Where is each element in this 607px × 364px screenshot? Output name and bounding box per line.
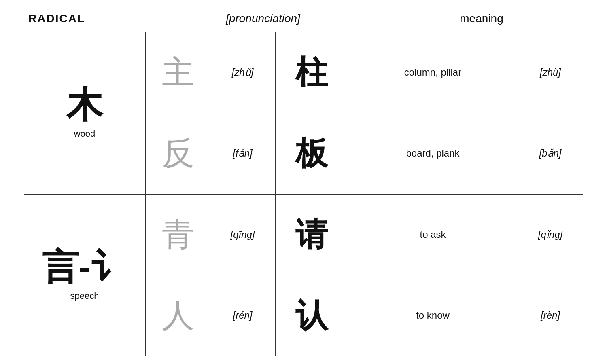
entries-wood: 主 [zhǔ] 柱 column, pillar [zhù] <box>146 32 583 194</box>
entry-wood-1: 主 [zhǔ] 柱 column, pillar [zhù] <box>146 32 583 113</box>
radical-char-wood: 木 <box>66 87 103 123</box>
meaning-cell-wood-2: board, plank <box>348 113 518 194</box>
meaning-text-speech-1: to ask <box>420 229 446 240</box>
section-wood: 木 wood 主 [zhǔ] 柱 column, pillar <box>24 32 583 195</box>
header-meaning-label: meaning <box>380 12 583 25</box>
component-cell-speech-1: 青 <box>146 195 210 275</box>
meaning-text-wood-2: board, plank <box>406 148 459 159</box>
char-pronun-text-wood-2: [bǎn] <box>539 148 561 159</box>
meaning-text-wood-1: column, pillar <box>404 67 461 78</box>
page-container: RADICAL [pronunciation] meaning 木 wood 主… <box>0 0 607 364</box>
pronun-cell-wood-1: [zhǔ] <box>210 32 275 113</box>
radical-label-wood: wood <box>74 129 96 139</box>
component-char-speech-1: 青 <box>162 218 194 251</box>
component-char-wood-2: 反 <box>162 137 194 169</box>
radical-cell-wood: 木 wood <box>24 32 146 194</box>
component-char-speech-2: 人 <box>162 299 194 332</box>
entries-speech: 青 [qīng] 请 to ask [qǐng] <box>146 195 583 356</box>
meaning-cell-wood-1: column, pillar <box>348 32 518 113</box>
pronun-cell-wood-2: [fǎn] <box>210 113 275 194</box>
entry-speech-2: 人 [rén] 认 to know [rèn] <box>146 275 583 356</box>
character-cell-speech-2: 认 <box>275 275 348 356</box>
pronun-text-wood-1: [zhǔ] <box>232 67 254 78</box>
char-pronun-text-speech-1: [qǐng] <box>538 229 562 240</box>
meaning-cell-speech-2: to know <box>348 275 518 356</box>
character-cell-speech-1: 请 <box>275 195 348 275</box>
component-cell-speech-2: 人 <box>146 275 210 356</box>
char-pronun-text-wood-1: [zhù] <box>540 67 561 78</box>
meaning-cell-speech-1: to ask <box>348 195 518 275</box>
meaning-text-speech-2: to know <box>416 310 450 321</box>
entry-wood-2: 反 [fǎn] 板 board, plank [bǎn] <box>146 113 583 194</box>
pronun-text-speech-2: [rén] <box>233 310 252 321</box>
component-cell-wood-2: 反 <box>146 113 210 194</box>
radical-cell-speech: 言-讠 speech <box>24 195 146 356</box>
radical-label-speech: speech <box>70 291 99 301</box>
header-radical-label: RADICAL <box>24 12 146 25</box>
entry-speech-1: 青 [qīng] 请 to ask [qǐng] <box>146 195 583 275</box>
character-char-wood-2: 板 <box>295 137 328 169</box>
header-row: RADICAL [pronunciation] meaning <box>24 12 583 32</box>
header-pronunciation-label: [pronunciation] <box>146 12 380 25</box>
table-body: 木 wood 主 [zhǔ] 柱 column, pillar <box>24 32 583 356</box>
char-pronun-cell-wood-1: [zhù] <box>518 32 583 113</box>
pronun-text-speech-1: [qīng] <box>230 229 255 240</box>
component-cell-wood-1: 主 <box>146 32 210 113</box>
component-char-wood-1: 主 <box>162 56 194 89</box>
character-char-speech-2: 认 <box>295 299 328 332</box>
section-speech: 言-讠 speech 青 [qīng] 请 to ask <box>24 195 583 356</box>
character-cell-wood-1: 柱 <box>275 32 348 113</box>
character-char-wood-1: 柱 <box>295 56 328 89</box>
pronun-cell-speech-2: [rén] <box>210 275 275 356</box>
char-pronun-cell-speech-2: [rèn] <box>518 275 583 356</box>
char-pronun-text-speech-2: [rèn] <box>541 310 560 321</box>
pronun-text-wood-2: [fǎn] <box>233 148 252 159</box>
radical-char-speech: 言-讠 <box>42 249 127 285</box>
pronun-cell-speech-1: [qīng] <box>210 195 275 275</box>
character-char-speech-1: 请 <box>295 218 328 251</box>
character-cell-wood-2: 板 <box>275 113 348 194</box>
char-pronun-cell-wood-2: [bǎn] <box>518 113 583 194</box>
char-pronun-cell-speech-1: [qǐng] <box>518 195 583 275</box>
